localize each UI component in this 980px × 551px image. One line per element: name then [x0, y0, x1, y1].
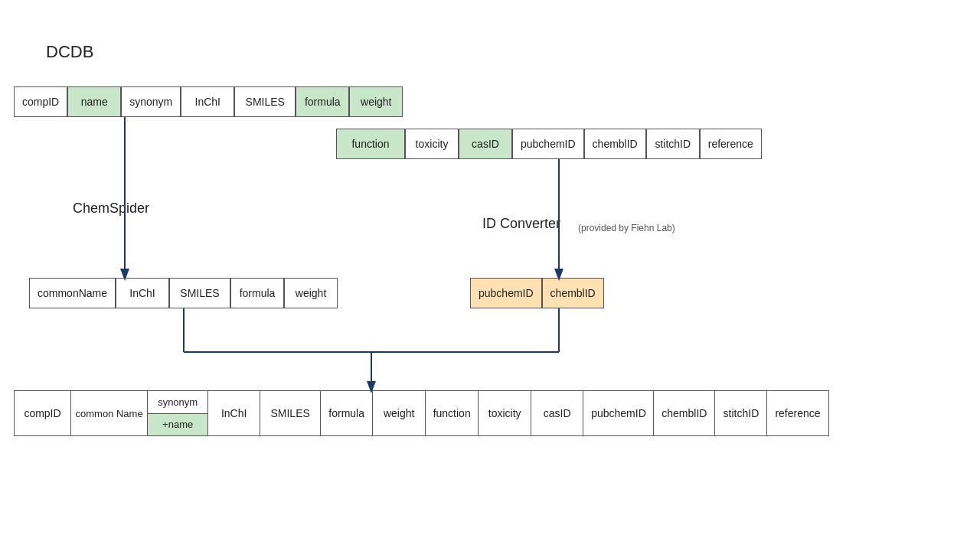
cell-weight-1: weight — [349, 86, 403, 117]
row2: function toxicity casID pubchemID chembl… — [336, 129, 762, 159]
cell-inchi-1: InChI — [181, 86, 234, 117]
cell-name: name — [67, 86, 121, 117]
cell-smiles-1: SMILES — [234, 86, 296, 117]
cell-smiles-bottom: SMILES — [260, 390, 321, 436]
cell-chemblid-bottom: chemblID — [653, 390, 715, 436]
cell-chemblid-2: chemblID — [584, 129, 646, 159]
cell-formula-3: formula — [230, 278, 284, 308]
cell-synonym-group: synonym +name — [147, 390, 208, 436]
cell-smiles-3: SMILES — [169, 278, 230, 308]
cell-toxicity-bottom: toxicity — [478, 390, 531, 436]
cell-synonym-1: synonym — [121, 86, 181, 117]
cell-casid-2: casID — [459, 129, 512, 159]
cell-formula-1: formula — [296, 86, 349, 117]
cell-commonname-group: common Name — [70, 390, 149, 436]
cell-compid-1: compID — [14, 86, 67, 117]
chemspider-label: ChemSpider — [73, 201, 149, 217]
cell-pubchemid-bottom: pubchemID — [583, 390, 655, 436]
dcdb-label: DCDB — [46, 42, 93, 62]
cell-commonname-3: commonName — [29, 278, 116, 308]
cell-name-bottom: +name — [148, 414, 207, 436]
row3: commonName InChI SMILES formula weight — [29, 278, 338, 308]
cell-reference-2: reference — [700, 129, 762, 159]
row4: pubchemID chemblID — [470, 278, 604, 308]
cell-chemblid-4: chemblID — [542, 278, 604, 308]
cell-weight-bottom: weight — [372, 390, 426, 436]
cell-inchi-bottom: InChI — [207, 390, 261, 436]
row1: compID name synonym InChI SMILES formula… — [14, 86, 403, 117]
diagram: DCDB compID name synonym InChI SMILES fo… — [0, 0, 980, 551]
cell-function-bottom: function — [425, 390, 479, 436]
cell-stitchid-2: stitchID — [646, 129, 700, 159]
cell-synonym-top: synonym — [148, 391, 207, 414]
fiehn-label: (provided by Fiehn Lab) — [578, 223, 675, 233]
cell-stitchid-bottom: stitchID — [714, 390, 768, 436]
cell-casid-bottom: casID — [531, 390, 584, 436]
arrows-svg — [0, 0, 980, 551]
idconverter-label: ID Converter — [482, 216, 560, 232]
cell-pubchemid-4: pubchemID — [470, 278, 542, 308]
bottom-row-proper: compID common Name synonym +name InChI S… — [14, 390, 829, 436]
cell-function-2: function — [336, 129, 405, 159]
cell-commonname-label: common Name — [71, 391, 148, 435]
cell-formula-bottom: formula — [320, 390, 374, 436]
cell-reference-bottom: reference — [766, 390, 828, 436]
cell-weight-3: weight — [284, 278, 338, 308]
cell-pubchemid-2: pubchemID — [512, 129, 584, 159]
cell-compid-bottom: compID — [14, 390, 71, 436]
cell-toxicity-2: toxicity — [405, 129, 459, 159]
cell-inchi-3: InChI — [116, 278, 169, 308]
